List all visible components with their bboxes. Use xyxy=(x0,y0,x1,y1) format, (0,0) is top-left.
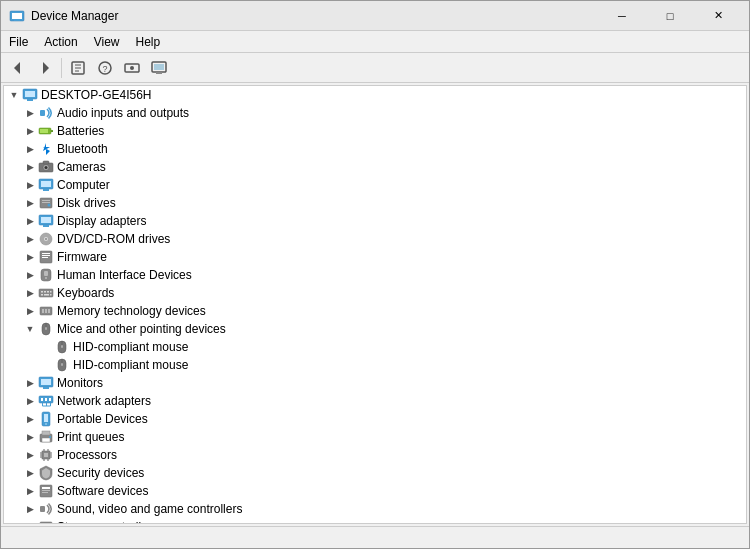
expand-icon[interactable]: ▶ xyxy=(22,141,38,157)
forward-button[interactable] xyxy=(32,56,58,80)
display-icon xyxy=(38,213,54,229)
expand-icon[interactable]: ▶ xyxy=(22,159,38,175)
list-item[interactable]: ▶ Monitors xyxy=(20,374,746,392)
svg-point-12 xyxy=(130,66,134,70)
list-item[interactable]: ▶ HID-compliant mouse xyxy=(36,338,746,356)
expand-icon[interactable]: ▶ xyxy=(22,303,38,319)
svg-rect-99 xyxy=(42,487,50,489)
svg-rect-17 xyxy=(25,91,35,97)
sound-icon xyxy=(38,501,54,517)
svg-point-81 xyxy=(45,423,47,425)
item-label: Storage controllers xyxy=(57,520,158,524)
svg-rect-61 xyxy=(45,327,47,330)
expand-icon[interactable]: ▶ xyxy=(22,393,38,409)
item-label: Keyboards xyxy=(57,286,114,300)
list-item[interactable]: ▶ Display adapters xyxy=(20,212,746,230)
root-expand-icon[interactable]: ▼ xyxy=(6,87,22,103)
list-item[interactable]: ▼ Mice and other pointing devices xyxy=(20,320,746,338)
content-area: ▼ DESKTOP-GE4I56H ▶ xyxy=(1,83,749,526)
expand-icon[interactable]: ▶ xyxy=(22,231,38,247)
list-item[interactable]: ▶ Bluetooth xyxy=(20,140,746,158)
expand-icon[interactable]: ▶ xyxy=(22,483,38,499)
expand-icon[interactable]: ▶ xyxy=(22,375,38,391)
expand-icon[interactable]: ▼ xyxy=(22,321,38,337)
svg-rect-80 xyxy=(44,414,48,422)
close-button[interactable]: ✕ xyxy=(695,1,741,31)
expand-icon[interactable]: ▶ xyxy=(22,267,38,283)
print-icon xyxy=(38,429,54,445)
list-item[interactable]: ▶ HID-compliant mouse xyxy=(36,356,746,374)
list-item[interactable]: ▶ Keyboards xyxy=(20,284,746,302)
software-icon xyxy=(38,483,54,499)
list-item[interactable]: ▶ xyxy=(20,446,746,464)
item-label: Memory technology devices xyxy=(57,304,206,318)
expand-icon[interactable]: ▶ xyxy=(22,123,38,139)
expand-icon[interactable]: ▶ xyxy=(22,465,38,481)
back-button[interactable] xyxy=(5,56,31,80)
list-item[interactable]: ▶ Computer xyxy=(20,176,746,194)
properties-button[interactable] xyxy=(65,56,91,80)
expand-icon[interactable]: ▶ xyxy=(22,195,38,211)
device-tree[interactable]: ▼ DESKTOP-GE4I56H ▶ xyxy=(3,85,747,524)
menu-action[interactable]: Action xyxy=(36,31,85,52)
svg-point-46 xyxy=(45,277,47,279)
item-label: Firmware xyxy=(57,250,107,264)
firmware-icon xyxy=(38,249,54,265)
expand-icon[interactable]: ▶ xyxy=(22,177,38,193)
menu-file[interactable]: File xyxy=(1,31,36,52)
status-bar xyxy=(1,526,749,548)
svg-rect-73 xyxy=(45,398,47,401)
expand-icon[interactable]: ▶ xyxy=(22,501,38,517)
expand-icon[interactable]: ▶ xyxy=(22,249,38,265)
expand-icon[interactable]: ▶ xyxy=(22,105,38,121)
svg-rect-74 xyxy=(49,398,51,401)
expand-icon[interactable]: ▶ xyxy=(22,519,38,524)
expand-icon[interactable]: ▶ xyxy=(22,285,38,301)
menu-help[interactable]: Help xyxy=(128,31,169,52)
svg-rect-52 xyxy=(41,294,43,296)
list-item[interactable]: ▶ Human Interface Devices xyxy=(20,266,746,284)
svg-rect-103 xyxy=(40,522,52,524)
item-label: Audio inputs and outputs xyxy=(57,106,189,120)
svg-rect-1 xyxy=(12,13,22,19)
security-icon xyxy=(38,465,54,481)
list-item[interactable]: ▶ Disk drives xyxy=(20,194,746,212)
list-item[interactable]: ▶ Sound, video and game controllers xyxy=(20,500,746,518)
item-label: Portable Devices xyxy=(57,412,148,426)
list-item[interactable]: ▶ Memory technology devices xyxy=(20,302,746,320)
list-item[interactable]: ▶ Network adapters xyxy=(20,392,746,410)
scan-button[interactable] xyxy=(119,56,145,80)
window-controls: ─ □ ✕ xyxy=(599,1,741,31)
camera-icon xyxy=(38,159,54,175)
list-item[interactable]: ▶ Cameras xyxy=(20,158,746,176)
tree-root[interactable]: ▼ DESKTOP-GE4I56H xyxy=(4,86,746,104)
item-label: HID-compliant mouse xyxy=(73,340,188,354)
list-item[interactable]: ▶ Software devices xyxy=(20,482,746,500)
expand-icon[interactable]: ▶ xyxy=(22,429,38,445)
help-button[interactable]: ? xyxy=(92,56,118,80)
computer-icon xyxy=(38,177,54,193)
svg-point-39 xyxy=(45,238,47,240)
monitor-button[interactable] xyxy=(146,56,172,80)
list-item[interactable]: ▶ Batteries xyxy=(20,122,746,140)
toolbar-separator-1 xyxy=(61,58,62,78)
svg-rect-50 xyxy=(47,291,49,293)
list-item[interactable]: ▶ Firmware xyxy=(20,248,746,266)
dvd-icon xyxy=(38,231,54,247)
list-item[interactable]: ▶ DVD/CD-ROM drives xyxy=(20,230,746,248)
list-item[interactable]: ▶ Storage controllers xyxy=(20,518,746,524)
maximize-button[interactable]: □ xyxy=(647,1,693,31)
expand-icon[interactable]: ▶ xyxy=(22,447,38,463)
title-bar: Device Manager ─ □ ✕ xyxy=(1,1,749,31)
item-label: Computer xyxy=(57,178,110,192)
list-item[interactable]: ▶ Audio inputs and outputs xyxy=(20,104,746,122)
expand-icon[interactable]: ▶ xyxy=(22,411,38,427)
list-item[interactable]: ▶ Print queues xyxy=(20,428,746,446)
minimize-button[interactable]: ─ xyxy=(599,1,645,31)
expand-icon[interactable]: ▶ xyxy=(22,213,38,229)
item-label: Network adapters xyxy=(57,394,151,408)
list-item[interactable]: ▶ Security devices xyxy=(20,464,746,482)
menu-view[interactable]: View xyxy=(86,31,128,52)
svg-rect-22 xyxy=(40,129,48,133)
list-item[interactable]: ▶ Portable Devices xyxy=(20,410,746,428)
